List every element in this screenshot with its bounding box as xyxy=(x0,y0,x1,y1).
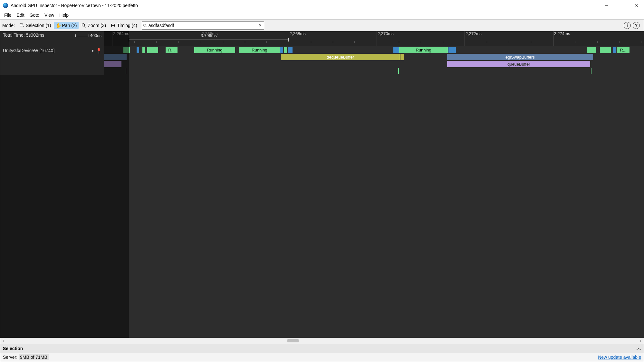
track-name: UnityGfxDeviceW [16740] xyxy=(3,48,54,53)
ruler-tick: 2,268ms xyxy=(289,31,306,36)
scroll-right-button[interactable]: › xyxy=(638,338,644,344)
menu-view[interactable]: View xyxy=(42,12,57,19)
timeline-segment[interactable] xyxy=(613,47,616,53)
zoom-tool-button[interactable]: Zoom (3) xyxy=(79,22,108,29)
scrollbar-thumb[interactable] xyxy=(287,339,299,342)
timeline-segment[interactable] xyxy=(104,54,127,60)
app-window: Android GPU Inspector - RopeHeroViceTown… xyxy=(0,0,644,362)
update-link[interactable]: New update available xyxy=(598,355,641,360)
server-label: Server: xyxy=(3,355,17,360)
svg-line-11 xyxy=(146,26,147,27)
svg-line-6 xyxy=(84,26,86,27)
ruler-tick: 2,274ms xyxy=(553,31,570,36)
timeline-segment[interactable]: eglSwapBuffers xyxy=(447,54,593,60)
thread-track: UnityGfxDeviceW [16740] ⌄⌃ 📍 R...Running… xyxy=(0,46,644,75)
timeline-empty-area[interactable] xyxy=(0,75,644,338)
timing-tool-label: Timing (4) xyxy=(117,23,137,28)
timeline-segment[interactable]: R... xyxy=(617,47,630,53)
menu-file[interactable]: File xyxy=(2,12,14,19)
ruler-range-indicator: 3.796ms xyxy=(129,38,289,42)
close-button[interactable] xyxy=(629,0,644,11)
zoom-tool-label: Zoom (3) xyxy=(88,23,106,28)
timeline-segment[interactable] xyxy=(147,47,158,53)
menubar: FileEditGotoViewHelp xyxy=(0,11,644,20)
timeline-segment[interactable]: Running xyxy=(239,47,280,53)
track-header[interactable]: UnityGfxDeviceW [16740] ⌄⌃ 📍 xyxy=(0,46,104,75)
timeline-panel[interactable]: Total Time: 5s002ms 400us 2,264ms2,268ms… xyxy=(0,31,644,338)
collapse-icon[interactable]: ⌄⌃ xyxy=(91,48,94,54)
svg-point-10 xyxy=(144,24,146,26)
timeline-segment[interactable] xyxy=(142,47,145,53)
search-field-container: × xyxy=(142,21,264,30)
timeline-segment[interactable]: queueBuffer xyxy=(447,61,590,67)
window-title: Android GPU Inspector - RopeHeroViceTown… xyxy=(11,3,599,8)
memory-value: 9MB of 71MB xyxy=(19,354,49,360)
menu-edit[interactable]: Edit xyxy=(14,12,27,19)
ruler-tick: 2,264ms xyxy=(112,31,129,36)
info-button[interactable]: i xyxy=(624,22,631,29)
timeline-segment[interactable] xyxy=(587,47,596,53)
selection-title: Selection xyxy=(3,346,23,351)
horizontal-scrollbar[interactable]: ‹ › xyxy=(0,338,644,344)
svg-point-5 xyxy=(82,24,85,26)
pan-tool-button[interactable]: ✋ Pan (2) xyxy=(54,22,79,29)
mini-scale: 400us xyxy=(75,33,101,38)
help-icon: ? xyxy=(635,23,638,28)
pan-tool-label: Pan (2) xyxy=(62,23,77,28)
total-time-label: Total Time: 5s002ms xyxy=(3,32,44,38)
mini-scale-value: 400us xyxy=(90,33,101,38)
ruler-tick: 2,272ms xyxy=(465,31,482,36)
mode-label: Mode: xyxy=(2,23,15,28)
timeline-segment[interactable]: R... xyxy=(166,47,178,53)
app-icon xyxy=(3,3,8,8)
ruler-tick: 2,270ms xyxy=(377,31,394,36)
selection-panel-header[interactable]: Selection ︿ xyxy=(0,344,644,353)
scroll-left-button[interactable]: ‹ xyxy=(0,338,6,344)
selection-tool-button[interactable]: Selection (1) xyxy=(17,22,53,29)
hand-icon: ✋ xyxy=(56,23,61,28)
search-icon xyxy=(142,23,149,28)
toolbar: Mode: Selection (1) ✋ Pan (2) Zoom (3) T… xyxy=(0,20,644,31)
timeline-segment[interactable]: dequeueBuffer xyxy=(281,54,400,60)
timeline-segment[interactable] xyxy=(400,54,404,60)
timeline-ruler[interactable]: Total Time: 5s002ms 400us 2,264ms2,268ms… xyxy=(0,31,644,46)
svg-rect-1 xyxy=(620,4,623,7)
menu-help[interactable]: Help xyxy=(57,12,71,19)
selection-tool-label: Selection (1) xyxy=(26,23,51,28)
timeline-segment[interactable] xyxy=(600,47,611,53)
search-input[interactable] xyxy=(149,23,257,28)
timing-tool-button[interactable]: Timing (4) xyxy=(109,22,139,29)
minimize-button[interactable] xyxy=(599,0,614,11)
clear-search-button[interactable]: × xyxy=(257,23,264,28)
help-button[interactable]: ? xyxy=(633,22,640,29)
timeline-segment[interactable] xyxy=(137,47,139,53)
maximize-button[interactable] xyxy=(614,0,629,11)
pin-icon[interactable]: 📍 xyxy=(96,48,102,54)
statusbar: Server: 9MB of 71MB New update available xyxy=(0,353,644,362)
timeline-segment[interactable] xyxy=(104,61,121,67)
timeline-segment[interactable] xyxy=(448,47,456,53)
track-lanes[interactable]: R...RunningRunningRunningR...dequeueBuff… xyxy=(104,46,644,75)
timeline-segment[interactable] xyxy=(123,47,130,53)
chevron-up-icon[interactable]: ︿ xyxy=(637,346,641,351)
timeline-segment[interactable] xyxy=(393,47,399,53)
timeline-segment[interactable] xyxy=(288,47,293,53)
menu-goto[interactable]: Goto xyxy=(27,12,42,19)
scrollbar-track[interactable] xyxy=(6,339,638,343)
timeline-segment[interactable] xyxy=(280,47,283,53)
timeline-segment[interactable]: Running xyxy=(399,47,448,53)
info-icon: i xyxy=(627,23,628,28)
timeline-segment[interactable] xyxy=(284,47,287,53)
timeline-segment[interactable]: Running xyxy=(194,47,235,53)
titlebar: Android GPU Inspector - RopeHeroViceTown… xyxy=(0,0,644,11)
